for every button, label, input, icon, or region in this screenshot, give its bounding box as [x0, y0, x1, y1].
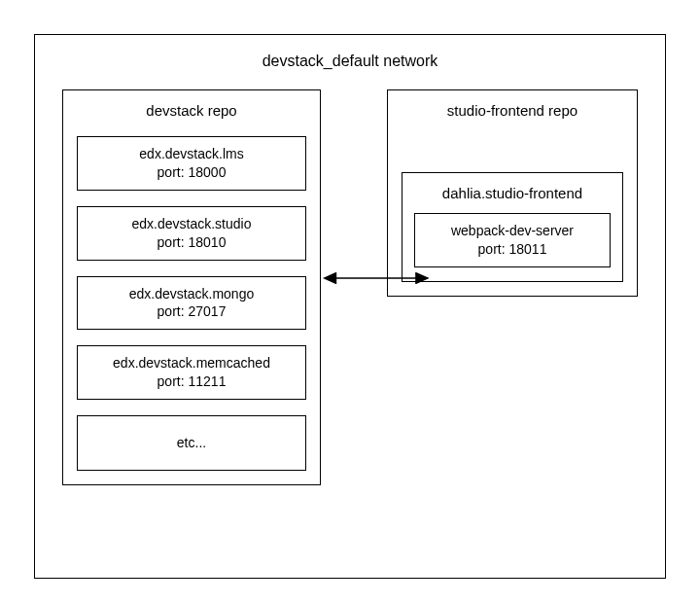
dahlia-container: dahlia.studio-frontend webpack-dev-serve… — [402, 172, 623, 282]
service-name: webpack-dev-server — [421, 222, 604, 240]
service-name: edx.devstack.mongo — [84, 285, 299, 303]
service-lms: edx.devstack.lms port: 18000 — [77, 136, 306, 191]
service-port: port: 18010 — [84, 233, 299, 252]
service-port: port: 11211 — [84, 372, 299, 391]
dahlia-title: dahlia.studio-frontend — [402, 185, 622, 201]
studio-frontend-repo-title: studio-frontend repo — [388, 102, 637, 119]
etc-label: etc... — [84, 434, 299, 452]
service-mongo: edx.devstack.mongo port: 27017 — [77, 276, 306, 331]
devstack-repo-title: devstack repo — [63, 102, 320, 119]
devstack-repo-box: devstack repo edx.devstack.lms port: 180… — [62, 89, 321, 485]
service-port: port: 18000 — [84, 163, 299, 182]
service-etc: etc... — [77, 415, 306, 471]
service-name: edx.devstack.studio — [84, 215, 299, 233]
service-webpack: webpack-dev-server port: 18011 — [414, 213, 611, 267]
service-memcached: edx.devstack.memcached port: 11211 — [77, 345, 306, 400]
network-container: devstack_default network devstack repo e… — [34, 34, 666, 579]
service-name: edx.devstack.lms — [84, 145, 299, 163]
studio-frontend-repo-box: studio-frontend repo dahlia.studio-front… — [387, 89, 638, 297]
service-port: port: 18011 — [421, 240, 604, 259]
service-name: edx.devstack.memcached — [84, 354, 299, 372]
network-title: devstack_default network — [35, 53, 665, 70]
columns-wrap: devstack repo edx.devstack.lms port: 180… — [35, 89, 665, 485]
service-port: port: 27017 — [84, 302, 299, 321]
service-studio: edx.devstack.studio port: 18010 — [77, 206, 306, 261]
